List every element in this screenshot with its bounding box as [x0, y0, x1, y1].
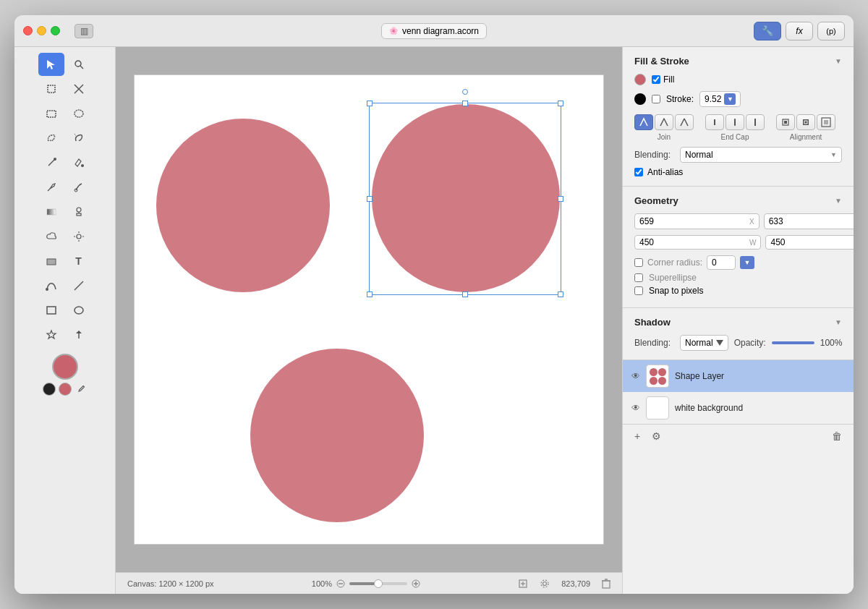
y-input[interactable]	[769, 216, 854, 226]
snap-pixels-checkbox[interactable]	[634, 286, 643, 295]
red-swatch[interactable]	[59, 383, 72, 396]
arrow-tool[interactable]	[66, 323, 92, 346]
align-btn-3[interactable]	[817, 114, 835, 130]
sidebar-toggle-button[interactable]: ▥	[75, 24, 93, 38]
h-field[interactable]: H	[765, 235, 854, 250]
geometry-header[interactable]: Geometry ▼	[634, 195, 842, 206]
w-field[interactable]: W	[634, 235, 761, 250]
minimize-button[interactable]	[37, 26, 46, 35]
join-btn-2[interactable]	[655, 114, 673, 130]
stroke-checkbox[interactable]	[652, 95, 660, 103]
geometry-row2: W H	[634, 235, 842, 250]
layer-item-shape[interactable]: 👁 Shape Layer	[623, 360, 854, 392]
rect-outline-tool[interactable]	[38, 299, 64, 322]
lasso-tool[interactable]	[38, 127, 64, 150]
fill-stroke-header[interactable]: Fill & Stroke ▼	[634, 56, 842, 67]
paint-bucket-tool[interactable]	[66, 151, 92, 174]
add-layer-button[interactable]: +	[631, 429, 643, 443]
ellipse-tool[interactable]	[66, 299, 92, 322]
vector-pen-tool[interactable]	[66, 176, 92, 199]
handle-tr[interactable]	[558, 101, 563, 106]
close-button[interactable]	[23, 26, 33, 35]
layer-eye-background[interactable]: 👁	[631, 403, 640, 413]
corner-radius-input[interactable]	[707, 255, 736, 270]
corner-radius-dropdown[interactable]: ▼	[740, 256, 754, 269]
h-input[interactable]	[770, 237, 854, 247]
shadow-header[interactable]: Shadow ▼	[634, 317, 842, 328]
fill-label[interactable]: Fill	[652, 74, 674, 85]
magic-wand-tool[interactable]	[38, 151, 64, 174]
shadow-blending-select[interactable]: Normal	[680, 335, 728, 351]
zoom-plus-icon[interactable]	[412, 579, 420, 588]
join-end-alignment-row: Join	[634, 114, 842, 141]
layer-eye-shape[interactable]: 👁	[631, 371, 640, 381]
stroke-color-swatch[interactable]	[634, 93, 646, 105]
foreground-color[interactable]	[52, 354, 78, 380]
handle-br[interactable]	[558, 291, 563, 297]
fx-button[interactable]: fx	[786, 22, 813, 41]
superellipse-checkbox[interactable]	[634, 273, 643, 282]
bezier-tool[interactable]	[38, 274, 64, 297]
script-button[interactable]: (p)	[817, 22, 845, 41]
canvas[interactable]	[134, 74, 604, 545]
rubber-stamp-tool[interactable]	[66, 200, 92, 223]
stroke-dropdown[interactable]: ▼	[724, 93, 736, 105]
add-layer-icon[interactable]	[518, 579, 528, 589]
handle-bl[interactable]	[367, 291, 373, 297]
gradient-tool[interactable]	[38, 200, 64, 223]
cloud-tool[interactable]	[38, 225, 64, 248]
delete-layer-button[interactable]: 🗑	[829, 429, 845, 443]
handle-tl[interactable]	[367, 101, 373, 106]
rect-select-tool[interactable]	[38, 102, 64, 125]
crop-tool[interactable]	[38, 77, 64, 101]
inspector-button[interactable]: 🔧	[754, 22, 781, 41]
stroke-value-box[interactable]: 9.52 ▼	[699, 91, 741, 107]
transform-tool[interactable]	[66, 77, 92, 101]
magic-lasso-tool[interactable]	[66, 127, 92, 150]
document-tab[interactable]: 🌸 venn diagram.acorn	[381, 23, 487, 39]
zoom-minus-icon[interactable]	[336, 579, 345, 588]
select-tool[interactable]	[38, 53, 64, 76]
pen-tool[interactable]	[38, 176, 64, 199]
y-field[interactable]: Y	[764, 213, 854, 229]
rect-shape-tool[interactable]	[38, 250, 64, 273]
zoom-tool[interactable]	[66, 53, 92, 76]
handle-bm[interactable]	[462, 291, 468, 297]
layer-name-background: white background	[675, 403, 743, 413]
maximize-button[interactable]	[51, 26, 60, 35]
circle-top-right[interactable]	[372, 104, 560, 292]
blending-select[interactable]: Normal ▼	[680, 147, 842, 163]
rotate-handle[interactable]	[462, 89, 468, 95]
delete-icon[interactable]	[602, 579, 610, 589]
fill-color-swatch[interactable]	[634, 74, 646, 85]
zoom-slider[interactable]	[349, 582, 407, 585]
align-btn-2[interactable]	[796, 114, 815, 130]
x-field[interactable]: X	[634, 213, 760, 229]
sun-tool[interactable]	[66, 225, 92, 248]
fill-checkbox[interactable]	[652, 75, 660, 84]
end-cap-btn-2[interactable]	[726, 114, 744, 130]
layer-item-background[interactable]: 👁 white background	[623, 392, 854, 424]
settings-icon[interactable]	[540, 579, 550, 589]
align-btn-1[interactable]	[776, 114, 795, 130]
line-tool[interactable]	[66, 274, 92, 297]
layer-settings-button[interactable]: ⚙	[649, 429, 664, 443]
geometry-title: Geometry	[634, 195, 678, 206]
star-tool[interactable]	[38, 323, 64, 346]
x-input[interactable]	[639, 216, 748, 226]
ellipse-select-tool[interactable]	[66, 102, 92, 125]
circle-bottom[interactable]	[250, 349, 424, 522]
end-cap-btn-3[interactable]	[746, 114, 765, 130]
end-cap-btn-1[interactable]	[705, 114, 724, 130]
join-btn-3[interactable]	[675, 114, 694, 130]
canvas-wrapper[interactable]	[116, 47, 622, 572]
opacity-slider[interactable]	[772, 341, 814, 344]
w-input[interactable]	[639, 237, 748, 247]
circle-top-left[interactable]	[156, 119, 330, 292]
antialias-checkbox[interactable]	[634, 168, 643, 176]
text-tool[interactable]: T	[66, 250, 92, 273]
corner-radius-checkbox[interactable]	[634, 258, 643, 267]
join-btn-1[interactable]	[634, 114, 653, 130]
eyedropper-tool[interactable]	[75, 383, 88, 396]
black-swatch[interactable]	[43, 383, 56, 396]
